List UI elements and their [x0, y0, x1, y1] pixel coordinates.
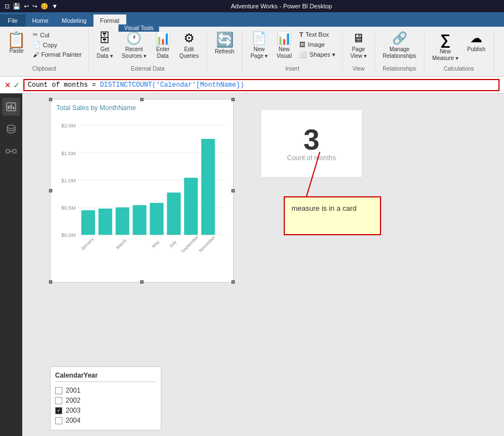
- get-data-icon: 🗄: [98, 32, 111, 44]
- edit-queries-label: EditQueries: [179, 46, 199, 60]
- svg-rect-6: [13, 150, 16, 153]
- sidebar-item-relationships[interactable]: [2, 142, 20, 160]
- svg-text:November: November: [198, 235, 216, 253]
- sidebar-item-report[interactable]: [2, 98, 20, 116]
- checkbox-2003[interactable]: ✓: [55, 407, 62, 414]
- page-view-label: PageView ▾: [350, 46, 367, 60]
- refresh-buttons: 🔄 Refresh: [211, 30, 238, 72]
- svg-rect-2: [11, 105, 12, 109]
- chart-visual[interactable]: Total Sales by MonthName $2.0M $1.5M $1.…: [50, 99, 234, 283]
- ribbon-group-calculations: ∑ NewMeasure ▾ ☁ Publish Calculations: [424, 29, 494, 74]
- tooltip-box: measure is in a card: [284, 196, 381, 235]
- resize-handle-bm[interactable]: [140, 280, 144, 284]
- new-page-icon: 📄: [251, 32, 266, 44]
- svg-text:$0.5M: $0.5M: [61, 205, 76, 211]
- slicer-label-2003: 2003: [66, 407, 81, 414]
- app-title: Adventure Works - Power BI Desktop: [63, 3, 500, 9]
- svg-text:$0.0M: $0.0M: [61, 232, 76, 238]
- recent-sources-button[interactable]: 🕐 RecentSources ▾: [118, 30, 150, 62]
- calculations-group-label: Calculations: [444, 66, 474, 73]
- svg-text:$1.5M: $1.5M: [61, 151, 76, 156]
- insert-buttons: 📄 NewPage ▾ 📊 NewVisual T Text Box 🖼 Ima…: [247, 30, 338, 66]
- slicer-item-2001[interactable]: 2001: [55, 385, 156, 395]
- svg-text:September: September: [180, 234, 200, 254]
- bar-nov: [201, 139, 215, 235]
- text-box-button[interactable]: T Text Box: [297, 30, 337, 39]
- get-data-label: GetData ▾: [97, 46, 113, 60]
- bar-sep: [184, 178, 198, 235]
- formula-bar-controls: ✕ ✓: [4, 81, 20, 90]
- clipboard-buttons: 📋 Paste ✂ Cut 📄 Copy 🖌 Format Painter: [4, 30, 84, 66]
- refresh-icon: 🔄: [216, 32, 234, 47]
- formula-input[interactable]: Count of months = DISTINCTCOUNT('Calenda…: [23, 79, 500, 91]
- relationships-buttons: 🔗 ManageRelationships: [379, 30, 419, 66]
- bar-may: [150, 203, 164, 235]
- slicer-item-2003[interactable]: ✓ 2003: [55, 405, 156, 415]
- context-tab-label: Visual Tools: [118, 24, 159, 32]
- tab-home[interactable]: Home: [26, 14, 55, 27]
- publish-button[interactable]: ☁ Publish: [464, 30, 489, 55]
- image-button[interactable]: 🖼 Image: [297, 40, 337, 49]
- publish-icon: ☁: [470, 32, 482, 44]
- refresh-button[interactable]: 🔄 Refresh: [211, 30, 238, 57]
- svg-text:March: March: [115, 237, 128, 250]
- calculations-buttons: ∑ NewMeasure ▾ ☁ Publish: [429, 30, 489, 66]
- formula-cancel-button[interactable]: ✕: [4, 81, 11, 90]
- svg-text:July: July: [168, 239, 177, 249]
- resize-handle-bl[interactable]: [49, 280, 52, 284]
- dropdown-icon[interactable]: ▼: [52, 3, 58, 9]
- get-data-button[interactable]: 🗄 GetData ▾: [93, 30, 116, 62]
- svg-rect-1: [8, 106, 9, 109]
- svg-text:$2.0M: $2.0M: [61, 123, 76, 128]
- canvas-area: Total Sales by MonthName $2.0M $1.5M $1.…: [22, 93, 504, 436]
- enter-data-button[interactable]: 📊 EnterData: [152, 30, 174, 62]
- redo-icon[interactable]: ↪: [32, 3, 37, 10]
- edit-queries-button[interactable]: ⚙ EditQueries: [176, 30, 202, 62]
- formula-prefix: Count of months =: [28, 81, 100, 89]
- page-view-button[interactable]: 🖥 PageView ▾: [347, 30, 370, 62]
- new-page-button[interactable]: 📄 NewPage ▾: [247, 30, 271, 62]
- manage-relationships-button[interactable]: 🔗 ManageRelationships: [379, 30, 419, 62]
- chart-body: $2.0M $1.5M $1.0M $0.5M $0.0M: [51, 114, 233, 259]
- resize-handle-tm[interactable]: [140, 98, 144, 101]
- enter-data-icon: 📊: [155, 32, 170, 44]
- shapes-label: Shapes ▾: [309, 51, 335, 58]
- format-painter-button[interactable]: 🖌 Format Painter: [31, 50, 84, 59]
- shapes-button[interactable]: ⬜ Shapes ▾: [297, 50, 337, 60]
- svg-text:$1.0M: $1.0M: [61, 178, 76, 184]
- slicer-visual[interactable]: CalendarYear 2001 2002 ✓ 2003 2004: [50, 366, 161, 430]
- slicer-title: CalendarYear: [55, 371, 156, 382]
- new-visual-label: NewVisual: [276, 46, 291, 60]
- sidebar-item-data[interactable]: [2, 120, 20, 138]
- ribbon-group-clipboard: 📋 Paste ✂ Cut 📄 Copy 🖌 Format Painter Cl…: [0, 29, 89, 74]
- undo-icon[interactable]: ↩: [24, 3, 29, 10]
- slicer-item-2002[interactable]: 2002: [55, 395, 156, 405]
- new-visual-button[interactable]: 📊 NewVisual: [273, 30, 295, 62]
- tab-modeling[interactable]: Modeling: [55, 14, 93, 27]
- resize-handle-tr[interactable]: [231, 98, 235, 101]
- tab-file[interactable]: File: [0, 14, 26, 27]
- copy-label: Copy: [43, 42, 57, 48]
- slicer-item-2004[interactable]: 2004: [55, 415, 156, 425]
- resize-handle-tl[interactable]: [49, 98, 52, 101]
- refresh-label: Refresh: [215, 48, 234, 55]
- image-icon: 🖼: [299, 41, 305, 48]
- new-measure-label: NewMeasure ▾: [432, 48, 458, 62]
- formula-confirm-button[interactable]: ✓: [13, 81, 20, 90]
- copy-button[interactable]: 📄 Copy: [31, 40, 84, 49]
- save-icon[interactable]: 💾: [13, 3, 21, 10]
- cut-button[interactable]: ✂ Cut: [31, 30, 84, 39]
- bar-jul: [167, 192, 181, 235]
- emoji-icon: 😊: [41, 3, 48, 10]
- manage-relationships-label: ManageRelationships: [383, 46, 416, 60]
- title-bar: ⊡ 💾 ↩ ↪ 😊 ▼ Adventure Works - Power BI D…: [0, 0, 504, 12]
- checkbox-2001[interactable]: [55, 387, 62, 394]
- new-measure-button[interactable]: ∑ NewMeasure ▾: [429, 30, 462, 64]
- svg-point-4: [7, 125, 15, 128]
- format-painter-label: Format Painter: [41, 51, 82, 58]
- paste-button[interactable]: 📋 Paste: [4, 30, 28, 56]
- checkbox-2004[interactable]: [55, 417, 62, 424]
- svg-text:May: May: [151, 239, 161, 249]
- checkbox-2002[interactable]: [55, 397, 62, 404]
- resize-handle-br[interactable]: [231, 280, 235, 284]
